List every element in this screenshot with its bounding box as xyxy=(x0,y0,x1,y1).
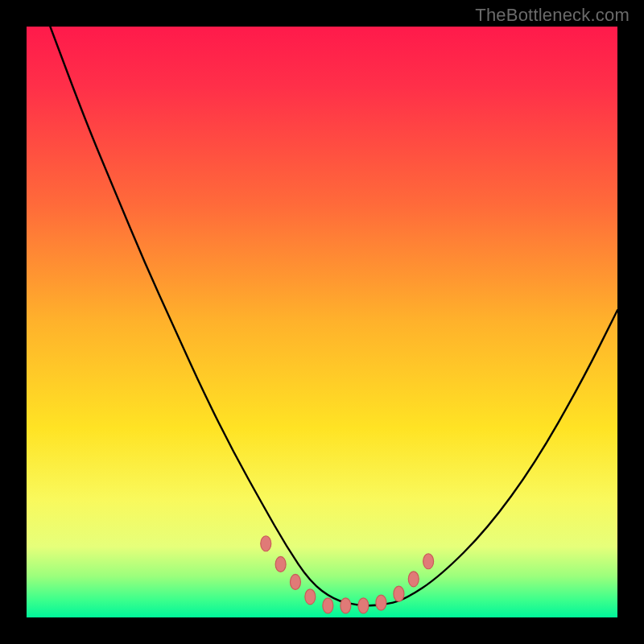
chart-frame: TheBottleneck.com xyxy=(0,0,644,644)
curve-marker xyxy=(394,586,404,601)
plot-area xyxy=(27,27,617,617)
curve-marker xyxy=(341,598,351,613)
watermark-text: TheBottleneck.com xyxy=(475,5,630,26)
curve-marker xyxy=(305,589,316,605)
chart-svg xyxy=(27,27,617,617)
curve-marker xyxy=(290,574,300,589)
curve-marker xyxy=(408,572,419,587)
bottleneck-curve xyxy=(50,27,617,605)
curve-marker xyxy=(323,598,333,613)
curve-marker xyxy=(358,598,369,613)
curve-marker xyxy=(275,556,286,572)
curve-marker xyxy=(423,554,434,569)
curve-marker xyxy=(261,536,271,551)
curve-marker xyxy=(376,595,386,610)
